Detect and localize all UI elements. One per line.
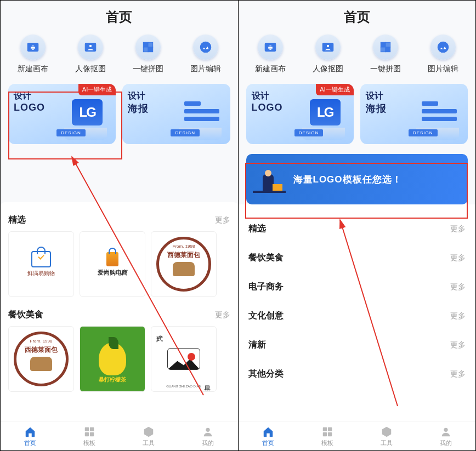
profile-icon xyxy=(440,426,452,438)
icon-label: 新建画布 xyxy=(18,64,48,74)
svg-rect-7 xyxy=(143,47,148,52)
puzzle-icon xyxy=(373,35,398,60)
toolbar: 新建画布 人像抠图 一键拼图 图片编辑 xyxy=(239,32,476,81)
nav-templates[interactable]: 模板 xyxy=(60,421,119,450)
design-logo-card[interactable]: AI一键生成 设计 LOGO LG DESIGN xyxy=(8,84,116,144)
thumb-label: 暴打柠檬茶 xyxy=(99,376,126,384)
more-link[interactable]: 更多 xyxy=(450,369,466,379)
right-screen: 首页 新建画布 人像抠图 一键拼图 图片编辑 AI一键生成 设计 xyxy=(239,1,476,450)
ai-badge: AI一键生成 xyxy=(78,84,116,95)
section-title: 餐饮美食 xyxy=(8,309,43,321)
more-link[interactable]: 更多 xyxy=(450,224,466,234)
nav-label: 我的 xyxy=(202,439,214,447)
nav-home[interactable]: 首页 xyxy=(239,421,298,450)
tools-icon xyxy=(381,426,393,438)
template-thumbnail[interactable]: From. 1998 西德莱面包 xyxy=(8,326,74,392)
category-title: 电子商务 xyxy=(248,281,284,293)
more-link[interactable]: 更多 xyxy=(450,311,466,321)
category-item[interactable]: 精选 更多 xyxy=(248,214,466,243)
nav-label: 模板 xyxy=(321,439,333,447)
svg-point-20 xyxy=(326,44,329,47)
tools-icon xyxy=(143,426,155,438)
plus-icon xyxy=(258,35,283,60)
thumb-from: From. 1998 xyxy=(30,339,53,344)
templates-icon xyxy=(83,426,95,438)
person-icon xyxy=(315,35,341,60)
home-icon xyxy=(24,426,36,438)
thumbnail-list: 鲜满易购物 爱尚购电商 From. 1998 西德莱面包 xyxy=(8,231,230,297)
nav-templates[interactable]: 模板 xyxy=(298,421,357,450)
nav-label: 首页 xyxy=(262,439,274,447)
new-canvas-button[interactable]: 新建画布 xyxy=(18,35,48,74)
banner-text: 海量LOGO模板任您选！ xyxy=(293,173,402,186)
puzzle-icon xyxy=(135,35,161,60)
nav-tools[interactable]: 工具 xyxy=(119,421,178,450)
design-poster-card[interactable]: 设计 海报 DESIGN xyxy=(360,84,468,144)
svg-point-9 xyxy=(200,42,211,53)
person-icon xyxy=(78,35,103,60)
svg-rect-27 xyxy=(328,427,332,431)
more-link[interactable]: 更多 xyxy=(215,215,230,225)
more-link[interactable]: 更多 xyxy=(450,340,466,350)
category-item[interactable]: 餐饮美食 更多 xyxy=(248,243,466,272)
more-link[interactable]: 更多 xyxy=(450,253,466,263)
svg-rect-21 xyxy=(381,42,386,47)
image-edit-button[interactable]: 图片编辑 xyxy=(190,35,221,74)
section-food: 餐饮美食 更多 From. 1998 西德莱面包 暴打柠檬茶 xyxy=(1,302,238,394)
svg-rect-26 xyxy=(322,427,326,431)
category-title: 文化创意 xyxy=(248,310,284,322)
design-tag: DESIGN xyxy=(294,129,324,136)
nav-profile[interactable]: 我的 xyxy=(416,421,475,450)
category-item[interactable]: 清新 更多 xyxy=(248,330,466,359)
svg-point-25 xyxy=(438,42,449,53)
nav-tools[interactable]: 工具 xyxy=(357,421,416,450)
nav-home[interactable]: 首页 xyxy=(1,421,60,450)
svg-point-4 xyxy=(89,44,92,47)
portrait-cutout-button[interactable]: 人像抠图 xyxy=(313,35,343,74)
section-title: 精选 xyxy=(8,214,26,226)
profile-icon xyxy=(202,426,214,438)
thumb-from: From. 1998 xyxy=(173,244,195,249)
bottom-nav: 首页 模板 工具 我的 xyxy=(1,421,238,450)
template-thumbnail[interactable]: 鲜满易购物 xyxy=(8,231,74,297)
portrait-cutout-button[interactable]: 人像抠图 xyxy=(75,35,106,74)
nav-label: 工具 xyxy=(143,439,155,447)
icon-label: 图片编辑 xyxy=(428,64,458,74)
template-thumbnail[interactable]: 广式 早点 GUANG SHI ZAO DIAN xyxy=(151,326,217,392)
design-tag: DESIGN xyxy=(409,129,438,136)
template-thumbnail[interactable]: 暴打柠檬茶 xyxy=(80,326,145,392)
bottom-nav: 首页 模板 工具 我的 xyxy=(239,421,476,450)
template-banner[interactable]: 海量LOGO模板任您选！ xyxy=(246,154,468,204)
image-icon xyxy=(430,35,456,60)
image-icon xyxy=(193,35,218,60)
image-edit-button[interactable]: 图片编辑 xyxy=(428,35,458,74)
svg-rect-8 xyxy=(148,47,153,52)
icon-label: 图片编辑 xyxy=(190,64,221,74)
ai-badge: AI一键生成 xyxy=(316,84,353,95)
design-logo-card[interactable]: AI一键生成 设计 LOGO LG DESIGN xyxy=(246,84,354,144)
template-thumbnail[interactable]: From. 1998 西德莱面包 xyxy=(151,231,217,297)
thumb-label: 爱尚购电商 xyxy=(98,269,128,277)
category-title: 精选 xyxy=(248,223,266,235)
category-item[interactable]: 其他分类 更多 xyxy=(248,359,466,389)
nav-label: 工具 xyxy=(381,439,393,447)
svg-rect-13 xyxy=(90,432,94,436)
design-poster-card[interactable]: 设计 海报 DESIGN xyxy=(122,84,230,144)
collage-button[interactable]: 一键拼图 xyxy=(370,35,401,74)
more-link[interactable]: 更多 xyxy=(450,282,466,292)
svg-rect-22 xyxy=(386,42,390,47)
plus-icon xyxy=(20,35,46,60)
new-canvas-button[interactable]: 新建画布 xyxy=(255,35,286,74)
category-item[interactable]: 电子商务 更多 xyxy=(248,272,466,301)
section-featured: 精选 更多 鲜满易购物 爱尚购电商 From. 1998 xyxy=(1,208,238,299)
nav-profile[interactable]: 我的 xyxy=(178,421,237,450)
svg-rect-5 xyxy=(143,42,148,47)
home-icon xyxy=(262,426,274,438)
feature-cards: AI一键生成 设计 LOGO LG DESIGN 设计 海报 DESIGN xyxy=(239,81,476,147)
collage-button[interactable]: 一键拼图 xyxy=(133,35,163,74)
template-thumbnail[interactable]: 爱尚购电商 xyxy=(80,231,145,297)
category-item[interactable]: 文化创意 更多 xyxy=(248,301,466,330)
thumb-sub: GUANG SHI ZAO DIAN xyxy=(166,385,201,388)
more-link[interactable]: 更多 xyxy=(215,310,230,320)
icon-label: 一键拼图 xyxy=(370,64,401,74)
